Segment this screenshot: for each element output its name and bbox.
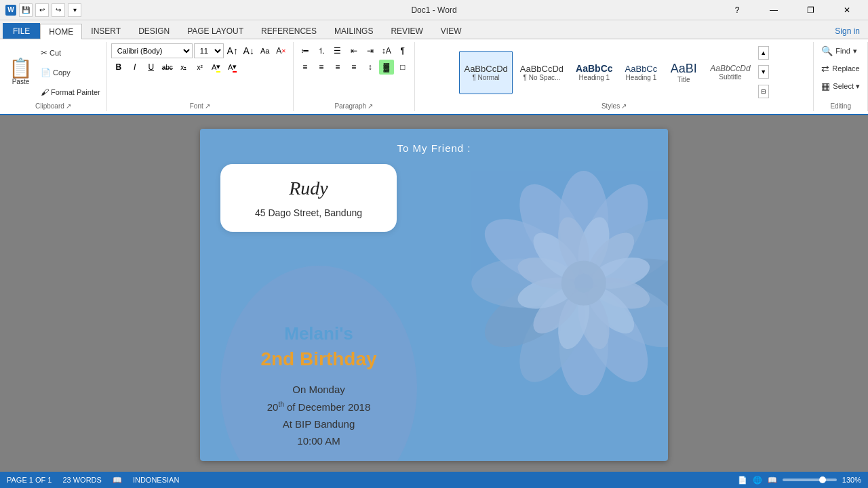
font-color-button[interactable]: A▾	[225, 60, 240, 75]
tab-file[interactable]: FILE	[3, 23, 40, 39]
style-subtitle[interactable]: AaBbCcDd Subtitle	[705, 51, 755, 94]
borders-button[interactable]: □	[395, 60, 410, 75]
superscript-button[interactable]: x²	[193, 60, 208, 75]
tab-view[interactable]: VIEW	[432, 23, 471, 39]
clipboard-side: ✂ Cut 📄 Copy 🖌 Format Painter	[39, 43, 102, 101]
font-grow-button[interactable]: A↑	[225, 43, 240, 58]
tab-page-layout[interactable]: PAGE LAYOUT	[178, 23, 252, 39]
clipboard-group: 📋 Paste ✂ Cut 📄 Copy 🖌 Format Painter	[0, 42, 107, 111]
save-button[interactable]: 💾	[19, 3, 33, 17]
strikethrough-button[interactable]: abc	[160, 60, 175, 75]
font-shrink-button[interactable]: A↓	[241, 43, 256, 58]
view-read-icon[interactable]: 📖	[768, 476, 777, 485]
zoom-slider[interactable]	[783, 479, 837, 481]
zoom-thumb	[819, 476, 826, 483]
tab-mailings[interactable]: MAILINGS	[326, 23, 382, 39]
highlight-button[interactable]: A▾	[209, 60, 224, 75]
close-button[interactable]: ✕	[831, 1, 863, 20]
multilevel-button[interactable]: ☰	[330, 43, 345, 58]
page-count: PAGE 1 OF 1	[7, 476, 52, 484]
to-friend-text: To My Friend :	[397, 142, 471, 154]
show-hide-button[interactable]: ¶	[395, 43, 410, 58]
cut-button[interactable]: ✂ Cut	[39, 47, 102, 58]
decrease-indent-button[interactable]: ⇤	[347, 43, 361, 58]
paragraph-expand-icon[interactable]: ↗	[368, 102, 373, 110]
font-size-select[interactable]: 11	[194, 43, 224, 58]
view-print-icon[interactable]: 📄	[738, 476, 747, 485]
invite-name: Melani's	[284, 323, 353, 344]
format-painter-icon: 🖌	[41, 87, 49, 97]
paste-button[interactable]: 📋 Paste	[4, 43, 37, 101]
style-heading1[interactable]: AaBbCc Heading 1	[571, 51, 617, 94]
tab-design[interactable]: DESIGN	[130, 23, 178, 39]
invite-birthday: 2nd Birthday	[260, 348, 376, 370]
find-button[interactable]: 🔍 Find ▾	[818, 43, 860, 58]
help-button[interactable]: ?	[722, 1, 753, 20]
invite-day: On Monday	[292, 384, 345, 395]
subscript-button[interactable]: x₂	[176, 60, 191, 75]
bold-button[interactable]: B	[111, 60, 126, 75]
tab-insert[interactable]: INSERT	[82, 23, 130, 39]
redo-button[interactable]: ↪	[52, 3, 65, 17]
font-expand-icon[interactable]: ↗	[205, 102, 210, 110]
font-group: Calibri (Body) 11 A↑ A↓ Aa A✕ B I U abc …	[107, 42, 294, 111]
customize-qat-button[interactable]: ▾	[68, 3, 81, 17]
style-normal[interactable]: AaBbCcDd ¶ Normal	[459, 51, 512, 94]
cut-label: Cut	[50, 49, 61, 57]
undo-button[interactable]: ↩	[35, 3, 49, 17]
sign-in-link[interactable]: Sign in	[827, 24, 868, 39]
para-content: ≔ ⒈ ☰ ⇤ ⇥ ↕A ¶ ≡ ≡ ≡ ≡ ↕ ▓ □	[298, 43, 410, 101]
font-family-select[interactable]: Calibri (Body)	[111, 43, 193, 58]
select-button[interactable]: ▦ Select ▾	[818, 79, 863, 94]
align-right-button[interactable]: ≡	[330, 60, 345, 75]
styles-scroll-down[interactable]: ▼	[758, 65, 769, 79]
replace-button[interactable]: ⇄ Replace	[818, 61, 863, 76]
underline-button[interactable]: U	[144, 60, 159, 75]
title-bar: W 💾 ↩ ↪ ▾ Doc1 - Word ? — ❐ ✕	[0, 0, 868, 20]
minimize-button[interactable]: —	[758, 1, 789, 20]
clear-formatting-button[interactable]: A✕	[274, 43, 289, 58]
numbering-button[interactable]: ⒈	[314, 43, 329, 58]
copy-button[interactable]: 📄 Copy	[39, 67, 102, 78]
font-content: Calibri (Body) 11 A↑ A↓ Aa A✕ B I U abc …	[111, 43, 289, 101]
word-count: 23 WORDS	[62, 476, 101, 484]
format-painter-button[interactable]: 🖌 Format Painter	[39, 87, 102, 98]
style-nospace[interactable]: AaBbCcDd ¶ No Spac...	[515, 51, 568, 94]
select-icon: ▦	[821, 81, 830, 92]
italic-button[interactable]: I	[127, 60, 142, 75]
heading-label: Heading 1	[626, 74, 657, 81]
word-icon: W	[5, 5, 16, 16]
font-row-1: Calibri (Body) 11 A↑ A↓ Aa A✕	[111, 43, 289, 58]
align-center-button[interactable]: ≡	[314, 60, 329, 75]
restore-button[interactable]: ❐	[795, 1, 826, 20]
clipboard-content: 📋 Paste ✂ Cut 📄 Copy 🖌 Format Painter	[4, 43, 102, 101]
font-case-button[interactable]: Aa	[258, 43, 273, 58]
document[interactable]: To My Friend : Rudy 45 Dago Street, Band…	[200, 129, 668, 461]
tab-review[interactable]: REVIEW	[382, 23, 431, 39]
recipient-address: 45 Dago Street, Bandung	[241, 207, 376, 218]
tab-references[interactable]: REFERENCES	[252, 23, 326, 39]
style-heading2[interactable]: AaBbCc Heading 1	[620, 51, 663, 94]
shading-button[interactable]: ▓	[379, 60, 394, 75]
line-spacing-button[interactable]: ↕	[363, 60, 378, 75]
view-web-icon[interactable]: 🌐	[753, 476, 762, 485]
styles-scroll-up[interactable]: ▲	[758, 46, 769, 60]
tab-home[interactable]: HOME	[40, 24, 82, 39]
styles-expand-icon[interactable]: ↗	[621, 102, 627, 110]
style-title[interactable]: AaBI Title	[665, 51, 703, 94]
status-bar: PAGE 1 OF 1 23 WORDS 📖 INDONESIAN 📄 🌐 📖 …	[0, 472, 868, 488]
justify-button[interactable]: ≡	[347, 60, 361, 75]
document-area: To My Friend : Rudy 45 Dago Street, Band…	[0, 115, 868, 472]
format-painter-label: Format Painter	[51, 88, 100, 96]
title-bar-left: W 💾 ↩ ↪ ▾	[5, 3, 81, 17]
align-left-button[interactable]: ≡	[298, 60, 313, 75]
font-row-2: B I U abc x₂ x² A▾ A▾	[111, 60, 240, 75]
para-row-2: ≡ ≡ ≡ ≡ ↕ ▓ □	[298, 60, 410, 75]
sort-button[interactable]: ↕A	[379, 43, 394, 58]
font-label: Font ↗	[111, 101, 289, 110]
styles-more[interactable]: ⊟	[758, 85, 769, 98]
increase-indent-button[interactable]: ⇥	[363, 43, 378, 58]
address-card: Rudy 45 Dago Street, Bandung	[220, 164, 397, 232]
clipboard-expand-icon[interactable]: ↗	[66, 102, 71, 110]
bullets-button[interactable]: ≔	[298, 43, 313, 58]
